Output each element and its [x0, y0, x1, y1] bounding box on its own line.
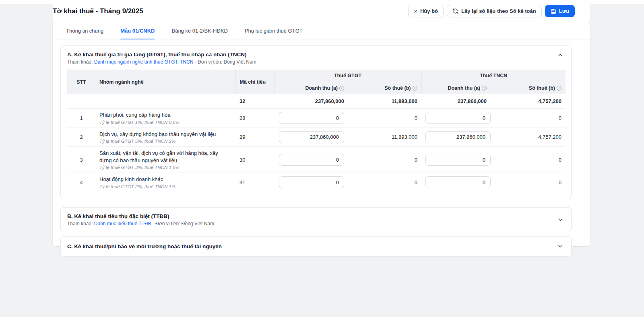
reload-button-label: Lấy lại số liệu theo Số kế toán: [461, 8, 536, 14]
tncn-tax-value: 0: [491, 147, 566, 173]
collapse-section-a-button[interactable]: [557, 51, 564, 59]
section-c-title: C. Kê khai thuế/phí bảo vệ môi trường ho…: [67, 243, 552, 249]
col-header-gtgt-doanh-thu: Doanh thu (a)i: [274, 82, 348, 95]
cancel-button[interactable]: × Hủy bỏ: [408, 5, 444, 17]
cancel-button-label: Hủy bỏ: [420, 8, 438, 14]
row-stt: 4: [67, 173, 95, 192]
tncn-revenue-input[interactable]: [425, 176, 491, 188]
row-stt: 2: [67, 128, 95, 147]
col-header-tncn-doanh-thu: Doanh thu (a)i: [421, 82, 491, 95]
row-name: Hoạt động kinh doanh khác: [99, 176, 231, 183]
save-button[interactable]: Lưu: [545, 5, 575, 17]
info-icon[interactable]: i: [339, 86, 344, 91]
chevron-down-icon: [557, 217, 563, 222]
section-a-title: A. Kê khai thuế giá trị gia tăng (GTGT),…: [67, 51, 552, 58]
expand-section-b-button[interactable]: [557, 216, 564, 223]
totals-code: 32: [235, 94, 274, 109]
tncn-revenue-input[interactable]: [425, 112, 491, 124]
row-code: 29: [235, 128, 274, 147]
totals-tncn-tax: 4,757,200: [491, 94, 566, 109]
reference-prefix: Tham khảo:: [67, 221, 93, 226]
table-row: 2 Dịch vụ, xây dựng không bao thầu nguyê…: [67, 128, 566, 147]
row-stt: 1: [67, 109, 95, 128]
tab-label: Bảng kê 01-2/BK-HĐKD: [171, 28, 227, 34]
totals-tncn-revenue: 237,860,000: [421, 94, 491, 109]
section-b-card: B. Kê khai thuế tiêu thụ đặc biệt (TTĐB)…: [60, 207, 572, 232]
info-icon[interactable]: i: [482, 86, 487, 91]
section-b-header: B. Kê khai thuế tiêu thụ đặc biệt (TTĐB)…: [61, 208, 571, 232]
declaration-panel: Thông tin chung Mẫu 01/CNKD Bảng kê 01-2…: [53, 22, 590, 246]
tab-thong-tin-chung[interactable]: Thông tin chung: [66, 22, 103, 39]
row-rate-note: Tỷ lệ thuế GTGT 5%, thuế TNCN 2%: [99, 139, 231, 144]
tab-label: Phụ lục giảm thuế GTGT: [245, 28, 303, 34]
save-icon: [551, 8, 556, 14]
totals-row: 32 237,860,000 11,893,000 237,860,000 4,…: [67, 94, 566, 109]
totals-gtgt-tax: 11,893,000: [348, 94, 421, 109]
row-code: 30: [235, 147, 274, 173]
col-header-tncn-so-thue: Số thuế (b)i: [491, 82, 566, 95]
save-button-label: Lưu: [559, 8, 569, 14]
reference-link[interactable]: Danh mục ngành nghề tính thuế GTGT, TNCN: [94, 59, 194, 65]
row-stt: 3: [67, 147, 95, 173]
table-row: 3 Sản xuất, vận tải, dịch vụ có gắn với …: [67, 147, 566, 173]
tab-bar: Thông tin chung Mẫu 01/CNKD Bảng kê 01-2…: [53, 22, 590, 39]
gtgt-tax-value: 0: [348, 109, 421, 128]
col-header-nhom-nganh-nghe: Nhóm ngành nghề: [95, 70, 235, 94]
totals-gtgt-revenue: 237,860,000: [274, 94, 348, 109]
info-icon[interactable]: i: [557, 86, 561, 91]
group-header-thue-tncn: Thuế TNCN: [421, 70, 566, 82]
main-column: Tờ khai thuế - Tháng 9/2025 × Hủy bỏ Lấy…: [53, 0, 590, 246]
tncn-tax-value: 0: [491, 173, 566, 192]
tab-label: Mẫu 01/CNKD: [120, 28, 155, 34]
table-row: 4 Hoạt động kinh doanh khác Tỷ lệ thuế G…: [67, 173, 566, 192]
chevron-down-icon: [557, 243, 563, 249]
row-rate-note: Tỷ lệ thuế GTGT 1%, thuế TNCN 0,5%: [99, 120, 231, 125]
col-header-gtgt-so-thue: Số thuế (b)i: [348, 82, 421, 95]
col-header-ma-chi-tieu: Mã chỉ tiêu: [235, 70, 274, 94]
section-b-title: B. Kê khai thuế tiêu thụ đặc biệt (TTĐB): [67, 213, 552, 219]
tncn-revenue-input[interactable]: [425, 131, 491, 143]
close-icon: ×: [414, 8, 417, 14]
tab-mau-01-cnkd[interactable]: Mẫu 01/CNKD: [120, 22, 155, 39]
tax-table: STT Nhóm ngành nghề Mã chỉ tiêu Thuế GTG…: [67, 70, 566, 192]
gtgt-tax-value: 0: [348, 173, 421, 192]
tab-label: Thông tin chung: [66, 28, 103, 34]
row-name: Sản xuất, vận tải, dịch vụ có gắn với hà…: [99, 150, 231, 164]
reference-link[interactable]: Danh mục biểu thuế TTĐB: [94, 221, 151, 226]
gtgt-revenue-input[interactable]: [279, 131, 344, 143]
row-name: Phân phối, cung cấp hàng hóa: [99, 111, 231, 119]
chevron-up-icon: [557, 52, 563, 58]
sync-icon: [452, 8, 458, 14]
row-rate-note: Tỷ lệ thuế GTGT 3%, thuế TNCN 1,5%: [99, 165, 231, 170]
gtgt-revenue-input[interactable]: [279, 154, 344, 166]
tab-bang-ke-01-2[interactable]: Bảng kê 01-2/BK-HĐKD: [171, 22, 227, 39]
tncn-tax-value: 4,757,200: [491, 128, 566, 147]
section-a-reference: Tham khảo: Danh mục ngành nghề tính thuế…: [67, 59, 552, 65]
reference-suffix: - Đơn vị tiền: Đồng Việt Nam: [153, 221, 214, 226]
col-header-label: Số thuế (b): [384, 85, 411, 91]
row-name: Dịch vụ, xây dựng không bao thầu nguyên …: [99, 131, 231, 138]
col-header-label: Doanh thu (a): [448, 85, 480, 91]
page-header: Tờ khai thuế - Tháng 9/2025 × Hủy bỏ Lấy…: [53, 0, 590, 22]
row-rate-note: Tỷ lệ thuế GTGT 2%, thuế TNCN 1%: [99, 184, 231, 189]
expand-section-c-button[interactable]: [557, 243, 564, 250]
gtgt-tax-value: 11,893,000: [348, 128, 421, 147]
reference-prefix: Tham khảo:: [67, 59, 93, 65]
tab-phu-luc-giam-thue[interactable]: Phụ lục giảm thuế GTGT: [245, 22, 303, 39]
gtgt-revenue-input[interactable]: [279, 112, 344, 124]
section-b-reference: Tham khảo: Danh mục biểu thuế TTĐB - Đơn…: [67, 221, 552, 226]
section-a-header: A. Kê khai thuế giá trị gia tăng (GTGT),…: [61, 46, 571, 69]
tab-content: A. Kê khai thuế giá trị gia tăng (GTGT),…: [53, 39, 590, 264]
tncn-tax-value: 0: [491, 109, 566, 128]
col-header-label: Số thuế (b): [529, 85, 555, 91]
section-c-card: C. Kê khai thuế/phí bảo vệ môi trường ho…: [60, 236, 572, 257]
row-code: 28: [235, 109, 274, 128]
tncn-revenue-input[interactable]: [425, 154, 491, 166]
info-icon[interactable]: i: [413, 86, 417, 91]
col-header-label: Doanh thu (a): [305, 85, 338, 91]
gtgt-revenue-input[interactable]: [279, 176, 344, 188]
reload-accounting-data-button[interactable]: Lấy lại số liệu theo Số kế toán: [447, 5, 542, 17]
gtgt-tax-value: 0: [348, 147, 421, 173]
header-actions: × Hủy bỏ Lấy lại số liệu theo Số kế toán…: [408, 5, 575, 17]
section-a-card: A. Kê khai thuế giá trị gia tăng (GTGT),…: [60, 45, 572, 199]
